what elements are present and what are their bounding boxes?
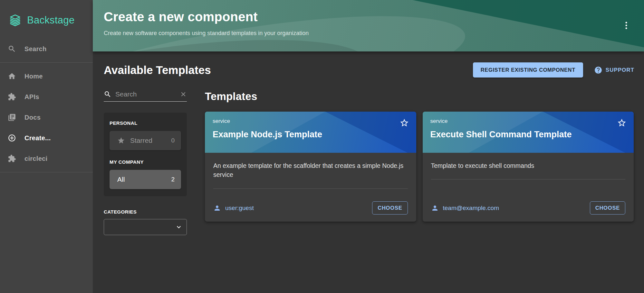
brand[interactable]: Backstage: [0, 10, 93, 39]
categories-filter: CATEGORIES: [104, 209, 187, 235]
template-card-nodejs: service Example Node.js Template An exam…: [205, 112, 416, 222]
card-footer: team@example.com CHOOSE: [431, 201, 626, 215]
page-title: Create a new component: [104, 10, 621, 24]
template-search-input[interactable]: [115, 90, 176, 98]
filter-option-label: Starred: [130, 137, 166, 144]
card-divider: [213, 188, 408, 189]
filter-option-count: 0: [171, 137, 175, 144]
filter-option-count: 2: [171, 176, 175, 183]
sidebar-item-label: Search: [24, 45, 47, 53]
sidebar-item-create[interactable]: Create...: [0, 128, 93, 148]
brand-name: Backstage: [27, 14, 74, 26]
app-root: Backstage Search Home APIs Docs Create..…: [0, 0, 644, 293]
content-area: Available Templates REGISTER EXISTING CO…: [93, 51, 644, 293]
choose-button[interactable]: CHOOSE: [372, 201, 408, 215]
card-footer: user:guest CHOOSE: [213, 201, 408, 215]
sidebar-item-search[interactable]: Search: [0, 39, 93, 59]
card-header: service Example Node.js Template: [205, 112, 416, 153]
page-header: Create a new component Create new softwa…: [93, 0, 644, 51]
filter-option-starred[interactable]: Starred 0: [110, 131, 181, 150]
kebab-vertical-icon[interactable]: [621, 20, 631, 31]
sidebar-item-label: APIs: [24, 93, 39, 101]
chevron-down-icon: [175, 223, 183, 231]
sidebar-item-label: Create...: [24, 134, 51, 142]
sidebar-item-label: Home: [24, 73, 43, 80]
categories-select[interactable]: [104, 219, 187, 235]
content-toolbar: Available Templates REGISTER EXISTING CO…: [104, 62, 634, 78]
filter-sidebar: PERSONAL Starred 0 MY COMPANY All 2: [104, 90, 187, 235]
card-title: Execute Shell Command Template: [430, 130, 626, 140]
card-type-label: service: [430, 118, 626, 124]
star-icon: [117, 137, 125, 144]
card-owner-link[interactable]: user:guest: [213, 204, 254, 212]
puzzle-icon: [8, 154, 16, 163]
sidebar-item-home[interactable]: Home: [0, 66, 93, 87]
card-body: An example template for the scaffolder t…: [205, 153, 416, 222]
sidebar-divider: [0, 62, 93, 63]
card-type-label: service: [213, 118, 409, 124]
close-icon[interactable]: [180, 91, 187, 98]
person-icon: [431, 204, 439, 212]
help-icon: [594, 66, 602, 74]
card-body: Template to execute shell commands team@…: [423, 153, 634, 222]
docs-icon: [8, 113, 16, 122]
sidebar-divider: [0, 172, 93, 172]
template-card-shell-command: service Execute Shell Command Template T…: [423, 112, 634, 222]
template-card-grid: service Example Node.js Template An exam…: [205, 112, 634, 222]
home-icon: [8, 72, 16, 80]
sidebar-item-docs[interactable]: Docs: [0, 107, 93, 128]
filter-section-heading: PERSONAL: [110, 120, 181, 126]
filter-option-all[interactable]: All 2: [110, 170, 181, 189]
card-description: An example template for the scaffolder t…: [213, 161, 408, 179]
templates-heading: Templates: [205, 90, 634, 103]
templates-section: Templates service Example Node.js Templa…: [205, 90, 634, 235]
filter-section-heading: MY COMPANY: [110, 159, 181, 165]
sidebar-item-label: Docs: [24, 114, 41, 121]
star-outline-icon[interactable]: [399, 118, 409, 128]
star-outline-icon[interactable]: [617, 118, 627, 128]
sidebar: Backstage Search Home APIs Docs Create..…: [0, 0, 93, 293]
support-label: SUPPORT: [606, 67, 634, 73]
puzzle-icon: [8, 93, 16, 101]
section-title: Available Templates: [104, 64, 473, 77]
backstage-logo-icon: [8, 13, 23, 28]
card-owner-label: user:guest: [225, 205, 254, 212]
plus-circle-icon: [8, 134, 16, 142]
card-description: Template to execute shell commands: [431, 161, 626, 170]
choose-button[interactable]: CHOOSE: [590, 201, 625, 215]
page-subtitle: Create new software components using sta…: [104, 30, 621, 37]
main-area: Create a new component Create new softwa…: [93, 0, 644, 293]
filter-panel: PERSONAL Starred 0 MY COMPANY All 2: [104, 113, 187, 196]
card-header: service Execute Shell Command Template: [423, 112, 634, 153]
categories-label: CATEGORIES: [104, 209, 187, 215]
card-title: Example Node.js Template: [213, 130, 409, 140]
search-icon: [104, 90, 111, 98]
search-icon: [8, 45, 16, 53]
card-owner-link[interactable]: team@example.com: [431, 204, 499, 212]
filter-option-label: All: [117, 176, 166, 183]
card-owner-label: team@example.com: [443, 205, 499, 212]
card-divider: [431, 179, 626, 179]
register-existing-component-button[interactable]: REGISTER EXISTING COMPONENT: [473, 62, 583, 78]
sidebar-item-circleci[interactable]: circleci: [0, 148, 93, 169]
person-icon: [213, 204, 221, 212]
template-search-box: [104, 90, 187, 102]
sidebar-item-label: circleci: [24, 155, 47, 162]
sidebar-item-apis[interactable]: APIs: [0, 87, 93, 107]
support-button[interactable]: SUPPORT: [594, 66, 634, 74]
